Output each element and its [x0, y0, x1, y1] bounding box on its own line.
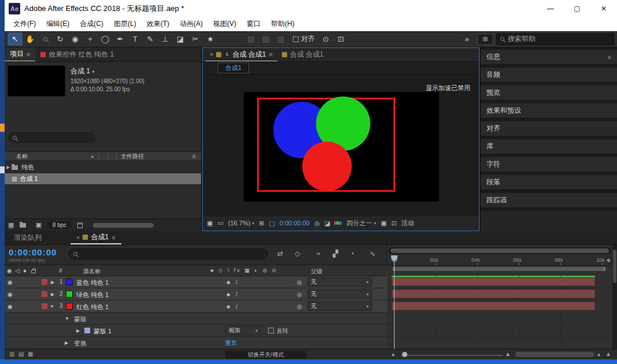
selection-tool-icon[interactable]: ↖	[8, 32, 23, 46]
mask-mode-dropdown[interactable]: 相加 ▾	[225, 326, 261, 335]
rotation-tool-icon[interactable]: ↻	[53, 32, 68, 46]
timeline-zoom-slider[interactable]	[401, 355, 503, 356]
expand-transfer-controls-icon[interactable]: ▤	[18, 351, 24, 357]
maximize-button[interactable]: ▢	[564, 0, 590, 17]
workspace-button[interactable]: ⊞	[477, 34, 493, 45]
show-snapshot-icon[interactable]: ◪	[325, 220, 330, 227]
layer1-color-swatch[interactable]	[66, 278, 73, 285]
frame-blending-icon[interactable]: ▞	[333, 250, 338, 258]
comp-name-dropdown-icon[interactable]: ▾	[92, 69, 95, 75]
pen-tool-icon[interactable]: ✒	[113, 32, 128, 46]
menu-animation[interactable]: 动画(A)	[174, 17, 208, 31]
expand-inout-panes-icon[interactable]: ▦	[28, 351, 33, 357]
snapshot-icon[interactable]: ◎	[314, 220, 320, 227]
timeline-tab-close-icon[interactable]: ×	[76, 234, 80, 241]
viewer-tab-close-icon[interactable]: ×	[210, 51, 213, 58]
timeline-zoom-handle[interactable]	[402, 352, 407, 357]
viewer-lock-badge[interactable]: 6	[224, 51, 229, 57]
timeline-horizontal-scrollbar[interactable]	[515, 352, 594, 357]
panel-character[interactable]: 字符	[481, 157, 617, 172]
menu-layer[interactable]: 图层(L)	[109, 17, 142, 31]
red-circle-shape[interactable]	[302, 142, 352, 191]
bit-depth-button[interactable]: 8 bpc	[47, 221, 72, 229]
layer2-pickwhip-icon[interactable]: ◎	[297, 291, 302, 298]
comp-breadcrumb-tab[interactable]: 合成1	[218, 62, 249, 73]
camera-tool-icon[interactable]: ◉	[68, 32, 83, 46]
menu-file[interactable]: 文件(F)	[8, 17, 41, 31]
eraser-tool-icon[interactable]: ◪	[173, 32, 188, 46]
panel-align[interactable]: 对齐	[481, 121, 617, 136]
layer1-quality-switch[interactable]: /	[236, 279, 237, 285]
transform-expand-icon[interactable]: ▶	[65, 340, 68, 346]
panel-libraries[interactable]: 库	[481, 139, 617, 154]
time-navigator-bar[interactable]	[391, 248, 609, 253]
shy-layers-icon[interactable]: ≈	[317, 250, 321, 258]
mask1-name[interactable]: 蒙版 1	[94, 327, 111, 336]
layer1-expand-icon[interactable]: ▶	[51, 280, 54, 285]
panel-audio[interactable]: 音频	[481, 68, 617, 83]
tab-effect-controls[interactable]: 效果控件 红色 纯色 1	[35, 47, 119, 61]
layer1-visibility-icon[interactable]: ◉	[8, 279, 13, 285]
timeline-search-field[interactable]	[68, 248, 268, 259]
layer3-collapse-icon[interactable]: ▼	[50, 304, 54, 309]
transform-reset-link[interactable]: 重置	[225, 339, 237, 347]
project-row-solids-folder[interactable]: ▶ 纯色	[5, 162, 201, 173]
mask1-expand-icon[interactable]: ▶	[76, 328, 80, 333]
zoom-in-mountain-icon[interactable]: ▲	[505, 351, 511, 357]
new-comp-icon[interactable]: ▣	[35, 221, 41, 229]
menu-composition[interactable]: 合成(C)	[75, 17, 109, 31]
toggle-switches-modes-button[interactable]: 切换开关/模式	[225, 351, 306, 359]
timeline-panel-menu-icon[interactable]: ≡	[111, 234, 115, 241]
interpret-footage-icon[interactable]: ▦	[8, 221, 14, 229]
graph-editor-icon[interactable]: ∿	[370, 250, 376, 258]
flowchart-view-icon[interactable]: ⋔	[192, 153, 196, 159]
region-of-interest-icon[interactable]: ▢	[269, 220, 275, 227]
layer2-quality-switch[interactable]: /	[236, 291, 237, 298]
panel-effects-presets[interactable]: 效果和预设	[481, 103, 617, 118]
tab-composition-viewer[interactable]: × 6 合成 合成1 ≡	[205, 48, 277, 61]
viewer-panel-menu-icon[interactable]: ≡	[269, 51, 272, 58]
panel-preview[interactable]: 预览	[481, 86, 617, 101]
roto-brush-tool-icon[interactable]: ✂	[188, 32, 203, 46]
composition-canvas[interactable]	[244, 92, 439, 202]
panel-info[interactable]: 信息 ≡	[481, 50, 617, 65]
layer1-label-chip[interactable]	[42, 279, 47, 285]
masks-collapse-icon[interactable]: ▼	[65, 316, 69, 321]
zoom-out-mountain-icon[interactable]: ▴	[392, 351, 395, 357]
layer3-name[interactable]: 红色 纯色 1	[76, 303, 109, 311]
always-preview-icon[interactable]: ▣	[207, 220, 213, 227]
layer3-visibility-icon[interactable]: ◉	[8, 303, 13, 310]
menu-view[interactable]: 视图(V)	[208, 17, 241, 31]
playhead-line[interactable]	[394, 255, 395, 349]
info-panel-menu-icon[interactable]: ≡	[608, 54, 611, 61]
target-region-icon[interactable]: ▣	[381, 220, 386, 227]
time-navigator[interactable]	[388, 247, 611, 254]
minimize-button[interactable]: —	[537, 0, 564, 17]
layer2-color-swatch[interactable]	[66, 291, 73, 298]
motion-blur-icon[interactable]: ◔	[350, 250, 354, 258]
layer-row-1[interactable]: ◉ ▶ 1 蓝色 纯色 1 ♣ / ◎ 无 ▾	[5, 276, 387, 288]
comp-marker-bin-icon[interactable]: ◆	[607, 257, 611, 263]
snap-option-icon-1[interactable]: ⊙	[318, 32, 333, 46]
tab-project[interactable]: 项目 ≡	[5, 47, 35, 61]
transparency-grid-icon[interactable]: ⊡	[391, 220, 396, 227]
expand-layer-switches-icon[interactable]: ▥	[9, 351, 14, 357]
source-name-column-label[interactable]: 源名称	[83, 268, 101, 276]
clone-stamp-tool-icon[interactable]: ⊥	[158, 32, 173, 46]
parent-column-label[interactable]: 父级	[311, 268, 322, 276]
tab-render-queue[interactable]: 渲染队列	[8, 231, 47, 244]
magnification-dropdown[interactable]: (16.7%) ▾	[228, 220, 255, 226]
layer2-visibility-icon[interactable]: ◉	[8, 291, 13, 298]
panel-paragraph[interactable]: 段落	[481, 175, 617, 190]
layer2-name[interactable]: 绿色 纯色 1	[76, 291, 109, 299]
resolution-dropdown[interactable]: 四分之一 ▾	[347, 219, 376, 228]
viewer-timecode[interactable]: 0:00:00:00	[280, 220, 310, 226]
work-area-bar[interactable]	[393, 267, 605, 271]
snap-option-icon-2[interactable]: ⊡	[333, 32, 348, 46]
menu-window[interactable]: 窗口	[241, 17, 266, 31]
layer2-parent-dropdown[interactable]: 无 ▾	[307, 289, 372, 299]
composition-minimap-icon[interactable]: ⇄	[277, 250, 283, 258]
puppet-pin-tool-icon[interactable]: ★	[203, 32, 218, 46]
brush-tool-icon[interactable]: ✎	[143, 32, 158, 46]
layer3-color-swatch[interactable]	[66, 303, 73, 310]
